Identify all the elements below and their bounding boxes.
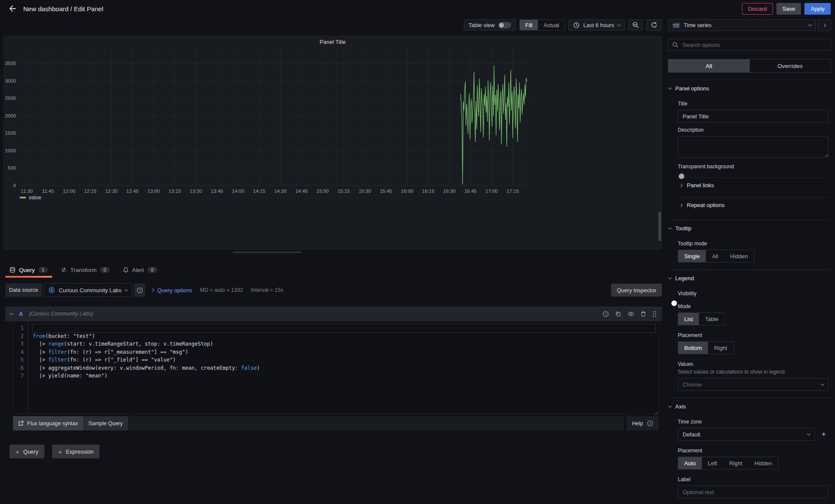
svg-text:16:00: 16:00 — [401, 189, 413, 194]
code-line[interactable]: from(bucket: "test") — [33, 332, 655, 340]
tab-all-options[interactable]: All — [668, 59, 750, 72]
collapse-query-icon[interactable] — [10, 311, 13, 315]
legend-mode-table[interactable]: Table — [699, 313, 724, 325]
discard-button[interactable]: Discard — [742, 3, 773, 15]
timezone-select[interactable]: Default — [678, 428, 815, 441]
tooltip-mode-hidden[interactable]: Hidden — [724, 250, 754, 262]
datasource-help-button[interactable]: ? — [134, 283, 145, 297]
chevron-right-icon — [679, 183, 683, 187]
tab-overrides[interactable]: Overrides — [750, 59, 831, 72]
info-circle-icon[interactable]: ? — [602, 311, 609, 317]
chevron-down-icon — [668, 275, 672, 279]
datasource-picker[interactable]: Curious Community Labs — [43, 283, 132, 297]
arrow-left-icon — [8, 4, 17, 13]
panel-options-header[interactable]: Panel options — [669, 80, 830, 96]
table-view-toggle-chip[interactable]: Table view — [464, 19, 516, 31]
section-title: Tooltip — [675, 225, 692, 232]
zoom-out-button[interactable] — [628, 19, 643, 31]
query-ref-id: A — [19, 311, 23, 317]
flux-code-editor[interactable]: 1234567 from(bucket: "test") |> range(st… — [13, 321, 658, 414]
save-button[interactable]: Save — [776, 3, 801, 15]
legend-item-value[interactable]: value — [20, 195, 41, 201]
duplicate-query-icon[interactable] — [615, 311, 621, 317]
query-options-toggle[interactable]: Query options — [151, 287, 192, 294]
delete-query-trash-icon[interactable] — [640, 311, 646, 317]
query-editor-header[interactable]: A (Curious Community Labs) ? — [5, 306, 662, 321]
legend-placement-bottom[interactable]: Bottom — [678, 342, 708, 354]
refresh-button[interactable] — [646, 19, 662, 31]
axis-placement-hidden[interactable]: Hidden — [748, 457, 778, 469]
code-line[interactable]: |> range(start: v.timeRangeStart, stop: … — [33, 340, 655, 348]
tab-transform[interactable]: Transform 0 — [56, 263, 114, 277]
back-button[interactable] — [6, 2, 19, 15]
main-scrollbar-thumb[interactable] — [658, 212, 661, 241]
svg-text:15:00: 15:00 — [317, 189, 329, 194]
transparent-bg-label: Transparent background — [678, 164, 829, 170]
axis-label-input[interactable] — [678, 485, 829, 498]
flux-syntax-link[interactable]: Flux language syntax — [13, 416, 83, 430]
code-content[interactable]: from(bucket: "test") |> range(start: v.t… — [28, 322, 658, 414]
tooltip-mode-label: Tooltip mode — [678, 241, 829, 247]
toggle-viz-picker-button[interactable] — [817, 19, 831, 31]
svg-text:11:45: 11:45 — [42, 189, 54, 194]
help-label: Help — [632, 421, 643, 427]
tooltip-mode-all[interactable]: All — [706, 250, 724, 262]
drag-handle-grip-icon[interactable] — [652, 311, 657, 317]
table-view-toggle[interactable] — [498, 22, 511, 28]
options-search[interactable] — [668, 39, 831, 51]
panel-title-input[interactable] — [678, 110, 829, 123]
max-data-points-info: MD = auto = 1332 — [200, 287, 243, 293]
svg-text:17:00: 17:00 — [485, 189, 498, 194]
panel-description-textarea[interactable] — [678, 136, 829, 158]
panel-links-row[interactable]: Panel links — [678, 177, 829, 193]
actual-option[interactable]: Actual — [538, 20, 565, 30]
axis-header[interactable]: Axis — [669, 398, 830, 414]
tab-alert[interactable]: Alert 0 — [118, 263, 161, 277]
axis-placement-left[interactable]: Left — [702, 457, 723, 469]
visualization-picker[interactable]: Time series — [668, 19, 816, 31]
add-query-row: + Query + Expression — [9, 445, 99, 458]
apply-button[interactable]: Apply — [804, 3, 831, 15]
svg-text:13:45: 13:45 — [211, 189, 223, 194]
legend-label: value — [29, 195, 41, 201]
tooltip-header[interactable]: Tooltip — [669, 220, 830, 236]
add-timezone-button[interactable]: + — [819, 430, 829, 439]
legend-header[interactable]: Legend — [669, 270, 830, 286]
chevron-down-icon — [668, 86, 672, 89]
panel-resize-handle[interactable] — [233, 251, 301, 253]
axis-label-label: Label — [678, 476, 829, 482]
chevron-down-icon — [808, 23, 812, 26]
hide-query-eye-icon[interactable] — [627, 311, 634, 317]
search-input[interactable] — [682, 41, 827, 49]
add-query-button[interactable]: + Query — [9, 445, 44, 458]
axis-placement-right[interactable]: Right — [723, 457, 748, 469]
svg-text:12:00: 12:00 — [63, 189, 75, 194]
legend-placement-right[interactable]: Right — [708, 342, 733, 354]
axis-placement-label: Placement — [678, 448, 829, 454]
time-series-chart[interactable]: 050010001500200025003000350011:3011:4512… — [4, 36, 661, 250]
section-title: Axis — [675, 403, 686, 410]
help-button[interactable]: Help — [627, 416, 658, 430]
svg-text:17:15: 17:15 — [506, 189, 519, 194]
legend-mode-list[interactable]: List — [678, 313, 699, 325]
tooltip-mode-single[interactable]: Single — [678, 250, 706, 262]
info-circle-icon — [647, 420, 653, 427]
axis-placement-auto[interactable]: Auto — [678, 457, 702, 469]
repeat-options-row[interactable]: Repeat options — [678, 197, 829, 213]
legend-values-select[interactable]: Choose — [678, 378, 829, 391]
time-range-picker[interactable]: Last 6 hours — [568, 19, 625, 31]
code-line[interactable]: |> yield(name: "mean") — [33, 372, 655, 380]
tab-query[interactable]: Query 1 — [5, 263, 52, 277]
code-line[interactable]: |> aggregateWindow(every: v.windowPeriod… — [33, 364, 655, 372]
code-line[interactable]: |> filter(fn: (r) => r["_measurement"] =… — [33, 348, 655, 356]
add-expression-button[interactable]: + Expression — [52, 445, 99, 458]
sample-query-button[interactable]: Sample Query — [83, 416, 128, 430]
code-line[interactable]: |> filter(fn: (r) => r["_field"] == "val… — [33, 356, 655, 364]
code-line[interactable] — [32, 324, 656, 333]
query-inspector-button[interactable]: Query inspector — [611, 284, 662, 297]
legend-visibility-label: Visibility — [678, 291, 829, 297]
svg-text:15:15: 15:15 — [338, 189, 350, 194]
query-count-badge: 1 — [38, 267, 48, 273]
panel-toolbar: Table view Fill Actual Last 6 hours — [464, 19, 662, 31]
fill-option[interactable]: Fill — [520, 20, 538, 30]
